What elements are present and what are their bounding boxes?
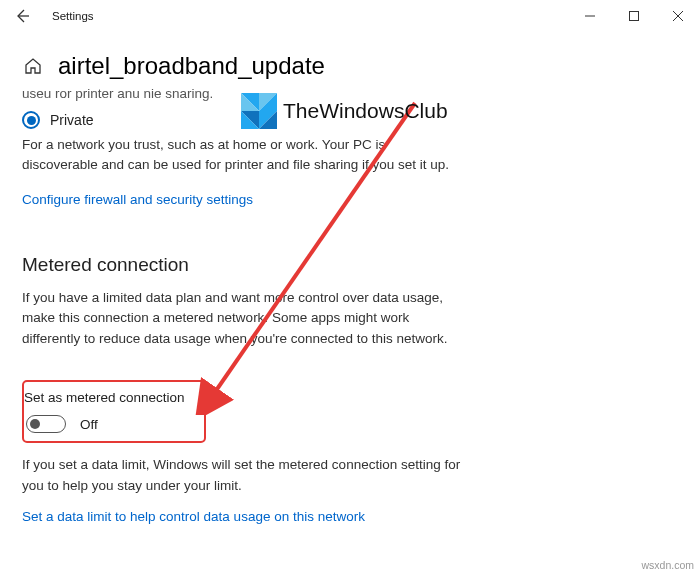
titlebar: Settings bbox=[0, 0, 700, 32]
data-limit-link[interactable]: Set a data limit to help control data us… bbox=[22, 509, 365, 524]
home-icon[interactable] bbox=[22, 55, 44, 77]
window-controls bbox=[568, 0, 700, 32]
private-label: Private bbox=[50, 112, 94, 128]
close-button[interactable] bbox=[656, 0, 700, 32]
minimize-button[interactable] bbox=[568, 0, 612, 32]
back-button[interactable] bbox=[4, 0, 40, 32]
truncated-text: useu ror printer anu nie snaring. bbox=[22, 86, 640, 101]
metered-toggle-label: Set as metered connection bbox=[24, 390, 192, 405]
page-header: airtel_broadband_update bbox=[22, 52, 640, 80]
metered-toggle-switch[interactable] bbox=[26, 415, 66, 433]
metered-toggle-state: Off bbox=[80, 417, 98, 432]
content-area: airtel_broadband_update useu ror printer… bbox=[0, 52, 700, 525]
toggle-knob-icon bbox=[30, 419, 40, 429]
maximize-button[interactable] bbox=[612, 0, 656, 32]
metered-description: If you have a limited data plan and want… bbox=[22, 288, 462, 351]
firewall-settings-link[interactable]: Configure firewall and security settings bbox=[22, 192, 253, 207]
watermark: wsxdn.com bbox=[641, 559, 694, 571]
arrow-left-icon bbox=[14, 8, 30, 24]
minimize-icon bbox=[585, 11, 595, 21]
window-title: Settings bbox=[52, 10, 94, 22]
metered-heading: Metered connection bbox=[22, 254, 640, 276]
private-radio[interactable]: Private bbox=[22, 111, 640, 129]
page-title: airtel_broadband_update bbox=[58, 52, 325, 80]
maximize-icon bbox=[629, 11, 639, 21]
close-icon bbox=[673, 11, 683, 21]
metered-toggle-callout: Set as metered connection Off bbox=[22, 380, 206, 443]
svg-rect-0 bbox=[630, 12, 639, 21]
data-limit-description: If you set a data limit, Windows will se… bbox=[22, 455, 462, 497]
radio-selected-icon bbox=[22, 111, 40, 129]
private-description: For a network you trust, such as at home… bbox=[22, 135, 462, 176]
